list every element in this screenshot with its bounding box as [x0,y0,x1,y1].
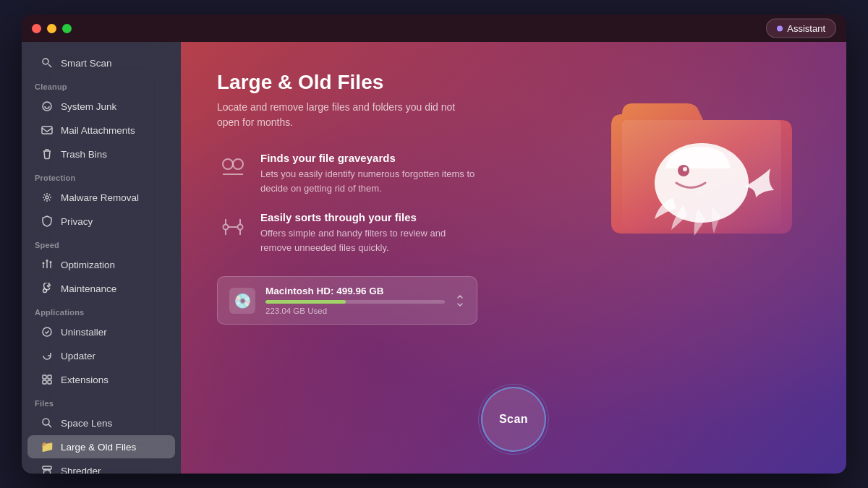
feature-desc-2: Offers simple and handy filters to revie… [260,226,477,254]
sidebar-item-space-lens[interactable]: Space Lens [27,411,175,435]
mail-attachments-label: Mail Attachments [61,125,135,136]
sidebar-item-system-junk[interactable]: System Junk [27,95,175,118]
large-old-files-label: Large & Old Files [61,442,136,453]
disk-bar-background [265,300,445,304]
trash-bins-label: Trash Bins [61,149,107,160]
extensions-label: Extensions [61,374,109,385]
sidebar-item-trash-bins[interactable]: Trash Bins [27,142,175,166]
content-area: Large & Old Files Locate and remove larg… [217,71,593,325]
disk-bar-fill [265,300,346,304]
sidebar-item-malware-removal[interactable]: Malware Removal [27,186,175,209]
svg-point-22 [683,167,687,171]
optimization-label: Optimization [61,260,115,270]
uninstaller-icon [41,325,54,338]
svg-rect-19 [43,466,51,469]
maintenance-icon [41,282,54,295]
assistant-button[interactable]: Assistant [766,19,836,38]
svg-rect-16 [48,380,51,384]
svg-rect-14 [48,375,51,379]
uninstaller-label: Uninstaller [61,327,107,338]
maximize-button[interactable] [62,24,72,33]
feature-text-1: Finds your file graveyards Lets you easi… [260,152,477,195]
svg-point-10 [50,261,52,263]
sidebar-item-uninstaller[interactable]: Uninstaller [27,320,175,343]
svg-point-17 [43,419,49,425]
disk-used-label: 223.04 GB Used [265,307,445,315]
malware-removal-label: Malware Removal [61,192,139,203]
file-graveyard-icon [217,152,249,184]
main-content: Large & Old Files Locate and remove larg… [181,42,846,474]
assistant-dot-icon [777,25,783,31]
smart-scan-icon [41,56,54,69]
optimization-icon [41,258,54,271]
sidebar-item-shredder[interactable]: Shredder [27,459,175,474]
system-junk-icon [41,100,54,113]
space-lens-icon [41,416,54,429]
svg-rect-13 [43,375,46,379]
trash-icon [41,147,54,160]
svg-point-0 [43,59,48,64]
disk-selector[interactable]: 💿 Macintosh HD: 499.96 GB 223.04 GB Used [217,276,477,325]
scan-button-label: Scan [499,413,528,426]
feature-title-2: Easily sorts through your files [260,211,477,223]
sidebar-item-optimization[interactable]: Optimization [27,253,175,276]
svg-point-26 [224,225,229,230]
feature-text-2: Easily sorts through your files Offers s… [260,211,477,254]
disk-icon: 💿 [229,288,255,314]
malware-icon [41,191,54,204]
feature-desc-1: Lets you easily identify numerous forgot… [260,167,477,195]
sidebar-item-maintenance[interactable]: Maintenance [27,277,175,300]
extensions-icon [41,373,54,386]
svg-point-12 [43,328,51,336]
space-lens-label: Space Lens [61,418,112,429]
svg-point-4 [46,196,48,199]
large-files-icon: 📁 [41,440,54,453]
sidebar-item-privacy[interactable]: Privacy [27,210,175,233]
section-label-applications: Applications [22,301,181,320]
svg-point-24 [233,159,243,169]
svg-point-11 [43,289,47,293]
folder-illustration [600,64,817,281]
privacy-icon [41,215,54,228]
updater-label: Updater [61,351,95,361]
svg-rect-15 [43,380,46,384]
minimize-button[interactable] [47,24,56,33]
svg-point-8 [43,262,45,265]
smart-scan-label: Smart Scan [61,58,112,69]
feature-item-1: Finds your file graveyards Lets you easi… [217,152,593,195]
section-label-speed: Speed [22,234,181,252]
scan-button-container: Scan [481,387,546,452]
file-sort-icon [217,211,249,243]
sidebar-item-mail-attachments[interactable]: Mail Attachments [27,119,175,142]
shredder-label: Shredder [61,466,101,474]
disk-chevron-icon [455,294,465,307]
updater-icon [41,349,54,362]
system-junk-label: System Junk [61,101,116,112]
page-subtitle: Locate and remove large files and folder… [217,100,463,130]
page-title: Large & Old Files [217,71,593,94]
scan-button[interactable]: Scan [481,387,546,452]
svg-line-18 [48,424,51,427]
assistant-label: Assistant [787,23,825,34]
app-window: Assistant Smart Scan Cleanup [22,14,846,474]
close-button[interactable] [32,24,41,33]
section-label-cleanup: Cleanup [22,75,181,94]
traffic-lights [32,24,72,33]
svg-point-23 [223,159,233,169]
section-label-protection: Protection [22,166,181,185]
sidebar-item-large-old-files[interactable]: 📁 Large & Old Files [27,435,175,458]
disk-name: Macintosh HD: 499.96 GB [265,286,445,296]
sidebar-item-smart-scan[interactable]: Smart Scan [27,51,175,74]
sidebar-item-extensions[interactable]: Extensions [27,368,175,391]
svg-point-2 [43,102,51,111]
feature-item-2: Easily sorts through your files Offers s… [217,211,593,254]
sidebar-item-updater[interactable]: Updater [27,344,175,367]
mail-icon [41,124,54,137]
feature-list: Finds your file graveyards Lets you easi… [217,152,593,254]
title-bar: Assistant [22,14,846,42]
disk-info: Macintosh HD: 499.96 GB 223.04 GB Used [265,286,445,315]
svg-point-9 [46,260,48,262]
svg-point-27 [238,225,243,230]
maintenance-label: Maintenance [61,283,116,294]
privacy-label: Privacy [61,216,93,227]
